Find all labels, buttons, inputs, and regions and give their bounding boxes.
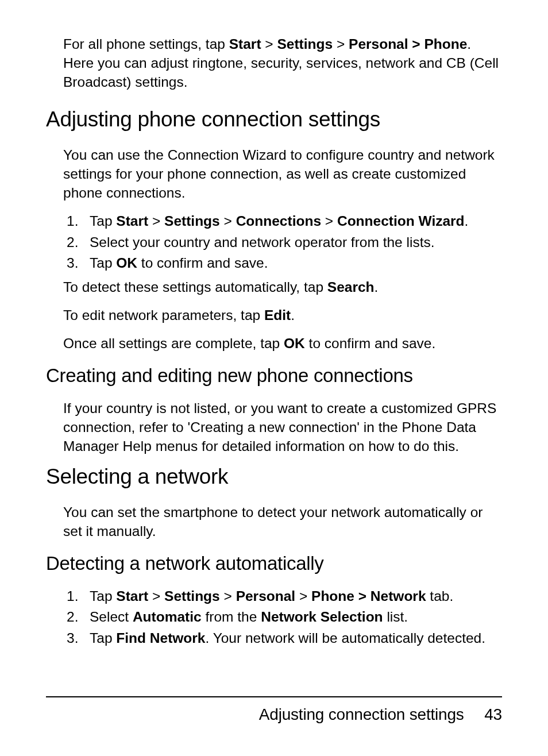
step-3b: 3. Tap Find Network. Your network will b… — [63, 628, 502, 648]
step-1: 1. Tap Start > Settings > Connections > … — [63, 211, 502, 231]
heading-adjusting-phone-connection: Adjusting phone connection settings — [46, 107, 502, 132]
step-1b: 1. Tap Start > Settings > Personal > Pho… — [63, 587, 502, 606]
page-footer: Adjusting connection settings 43 — [46, 696, 502, 724]
paragraph-country-not-listed: If your country is not listed, or you wa… — [63, 399, 502, 456]
paragraph-detect-network: You can set the smartphone to detect you… — [63, 503, 502, 541]
footer-title: Adjusting connection settings — [259, 705, 464, 723]
heading-creating-editing-connections: Creating and editing new phone connectio… — [46, 364, 502, 387]
paragraph-detect-auto: To detect these settings automatically, … — [63, 277, 502, 296]
page-number: 43 — [484, 705, 502, 724]
paragraph-confirm-save: Once all settings are complete, tap OK t… — [63, 334, 502, 353]
step-3: 3. Tap OK to confirm and save. — [63, 253, 502, 273]
step-2: 2. Select your country and network opera… — [63, 233, 502, 252]
footer-rule — [46, 696, 502, 697]
intro-paragraph: For all phone settings, tap Start > Sett… — [63, 34, 502, 91]
step-2b: 2. Select Automatic from the Network Sel… — [63, 607, 502, 627]
paragraph-connection-wizard: You can use the Connection Wizard to con… — [63, 145, 502, 202]
steps-connection-wizard: 1. Tap Start > Settings > Connections > … — [63, 211, 502, 273]
steps-detect-auto: 1. Tap Start > Settings > Personal > Pho… — [63, 587, 502, 648]
paragraph-edit-params: To edit network parameters, tap Edit. — [63, 306, 502, 325]
heading-selecting-network: Selecting a network — [46, 465, 502, 489]
heading-detecting-auto: Detecting a network automatically — [46, 552, 502, 575]
